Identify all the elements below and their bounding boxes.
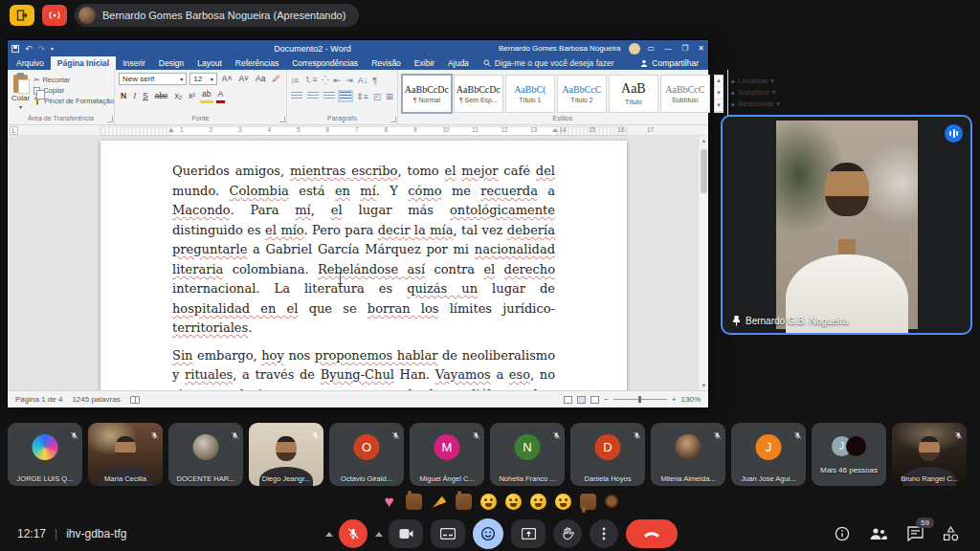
- scrollbar-thumb[interactable]: [701, 149, 707, 193]
- captions-button[interactable]: [431, 519, 465, 548]
- align-left-icon[interactable]: [291, 92, 302, 100]
- page-indicator[interactable]: Página 1 de 4: [15, 395, 62, 404]
- share-button[interactable]: Compartilhar: [640, 56, 708, 70]
- bold-button[interactable]: N: [119, 90, 128, 102]
- horizontal-ruler[interactable]: L 1234567891011121314151617: [8, 125, 708, 136]
- bullets-icon[interactable]: ⁝≡: [291, 76, 299, 85]
- paragraph-dialog-launcher[interactable]: [390, 117, 396, 122]
- grow-font-button[interactable]: A˄: [220, 73, 234, 85]
- ribbon-tab-exibir[interactable]: Exibir: [408, 56, 441, 70]
- zoom-slider[interactable]: [613, 399, 667, 400]
- restore-icon[interactable]: ❐: [681, 44, 688, 53]
- web-layout-icon[interactable]: [590, 396, 599, 404]
- participant-tile[interactable]: María Cecilia: [88, 423, 163, 486]
- present-button[interactable]: [511, 519, 546, 548]
- participant-tile[interactable]: Diego Jeangr...: [249, 423, 323, 486]
- paste-button[interactable]: Colar ▾: [11, 73, 30, 114]
- italic-button[interactable]: I: [131, 90, 138, 102]
- cut-button[interactable]: ✂Recortar: [33, 76, 114, 84]
- styles-scroll-down-icon[interactable]: ▼: [715, 87, 723, 99]
- copy-button[interactable]: Copiar: [33, 86, 114, 95]
- styles-gallery-scroll[interactable]: ▲▼▼: [714, 75, 724, 113]
- font-size-select[interactable]: 12▾: [189, 73, 216, 85]
- save-icon[interactable]: [11, 45, 19, 53]
- editing-localizar-button[interactable]: ▸Localizar ▾: [732, 77, 780, 85]
- participant-tile[interactable]: MMiguel Ángel C...: [410, 423, 484, 486]
- live-broadcast-button[interactable]: [42, 5, 67, 26]
- reactions-button[interactable]: [473, 518, 503, 549]
- ribbon-tab-referências[interactable]: Referências: [229, 56, 285, 70]
- style-card--normal[interactable]: AaBbCcDc¶ Normal: [402, 75, 452, 113]
- reaction-astonished-face[interactable]: [505, 494, 522, 510]
- activities-icon[interactable]: [943, 526, 959, 541]
- ribbon-tab-revisão[interactable]: Revisão: [365, 56, 408, 70]
- ribbon-tab-inserir[interactable]: Inserir: [116, 56, 152, 70]
- camera-options-chevron-icon[interactable]: [375, 532, 383, 537]
- ribbon-tab-página-inicial[interactable]: Página Inicial: [51, 56, 116, 70]
- tab-selector[interactable]: L: [10, 126, 18, 135]
- minimize-icon[interactable]: —: [664, 44, 672, 53]
- indent-marker[interactable]: [168, 128, 174, 132]
- style-card-título-1[interactable]: AaBbC(Título 1: [505, 75, 555, 113]
- participant-tile[interactable]: JORGE LUIS Q...: [8, 423, 82, 486]
- highlight-button[interactable]: ab: [200, 88, 212, 103]
- font-name-select[interactable]: New serif▾: [119, 73, 187, 85]
- shrink-font-button[interactable]: A˅: [236, 73, 251, 85]
- people-icon[interactable]: [869, 526, 888, 541]
- superscript-button[interactable]: x²: [187, 90, 197, 102]
- style-card--sem-esp-[interactable]: AaBbCcDc¶ Sem Esp...: [454, 75, 503, 113]
- exit-door-button[interactable]: [10, 5, 34, 26]
- align-center-icon[interactable]: [307, 92, 319, 100]
- ribbon-tab-ajuda[interactable]: Ajuda: [441, 56, 476, 70]
- numbering-icon[interactable]: ⒈≡: [303, 74, 317, 86]
- undo-icon[interactable]: ↶: [25, 44, 33, 54]
- ribbon-tab-design[interactable]: Design: [152, 56, 190, 70]
- font-dialog-launcher[interactable]: [279, 117, 285, 122]
- reaction-thumbs-up[interactable]: [406, 494, 422, 510]
- reaction-sparkling-heart[interactable]: ♥: [381, 494, 397, 510]
- sort-icon[interactable]: A↓: [358, 76, 368, 85]
- camera-button[interactable]: [389, 519, 423, 548]
- tell-me-box[interactable]: Diga-me o que você deseja fazer: [476, 56, 622, 70]
- end-call-button[interactable]: [626, 519, 678, 548]
- styles-scroll-up-icon[interactable]: ▲: [715, 76, 723, 88]
- info-icon[interactable]: [835, 526, 850, 541]
- more-options-button[interactable]: [590, 519, 618, 548]
- styles-more-icon[interactable]: ▼: [715, 99, 723, 112]
- participant-tile[interactable]: Milena Almeida...: [651, 423, 725, 486]
- reaction-crying-face[interactable]: [530, 494, 546, 510]
- vertical-scrollbar[interactable]: ▲ ▼: [698, 136, 708, 390]
- format-painter-button[interactable]: Pincel de Formatação: [33, 97, 114, 105]
- multilevel-list-icon[interactable]: ⁛: [322, 76, 328, 85]
- participant-tile[interactable]: NNohelia Franco ...: [490, 423, 565, 486]
- ribbon-tab-arquivo[interactable]: Arquivo: [10, 56, 51, 70]
- close-icon[interactable]: ✕: [698, 44, 704, 53]
- participant-tile[interactable]: DOCENTE HAR...: [168, 423, 243, 486]
- strikethrough-button[interactable]: abc: [153, 90, 170, 102]
- ribbon-tab-layout[interactable]: Layout: [190, 56, 229, 70]
- right-indent-marker[interactable]: [552, 128, 558, 132]
- print-layout-icon[interactable]: [577, 396, 586, 404]
- font-color-button[interactable]: A: [216, 88, 226, 103]
- reaction-party-popper[interactable]: [431, 494, 447, 510]
- participant-tile[interactable]: JJuan Jose Agui...: [731, 423, 806, 486]
- ribbon-display-options-icon[interactable]: ▭: [648, 44, 656, 53]
- reaction-thinking-face[interactable]: [555, 494, 571, 510]
- redo-icon[interactable]: ↷: [38, 44, 46, 54]
- line-spacing-icon[interactable]: ⇕≡: [356, 92, 368, 101]
- raise-hand-button[interactable]: [553, 519, 582, 548]
- reaction-clapping-hands[interactable]: [456, 494, 472, 510]
- clear-formatting-button[interactable]: 🖉: [271, 73, 283, 85]
- decrease-indent-icon[interactable]: ⇤: [334, 76, 342, 85]
- increase-indent-icon[interactable]: ⇥: [345, 76, 353, 85]
- document-page[interactable]: Queridos amigos, mientras escribo, tomo …: [100, 141, 627, 390]
- reaction-skin-tone-selector[interactable]: [605, 495, 618, 508]
- reaction-face-with-tears-of-joy[interactable]: [480, 494, 497, 510]
- shading-icon[interactable]: ◰: [373, 92, 382, 101]
- align-right-icon[interactable]: [323, 92, 335, 100]
- style-card-subtítulo[interactable]: AaBbCcCSubtítulo: [660, 75, 710, 113]
- clipboard-dialog-launcher[interactable]: [107, 117, 113, 122]
- subscript-button[interactable]: x₂: [172, 90, 184, 102]
- borders-icon[interactable]: ⊞: [386, 92, 393, 101]
- change-case-button[interactable]: Aa: [254, 73, 267, 85]
